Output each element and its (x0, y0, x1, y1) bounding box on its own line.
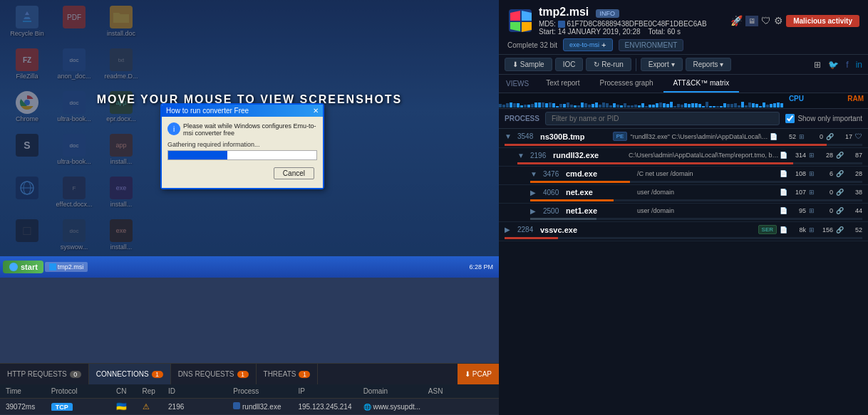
reports-button[interactable]: Reports ▾ (686, 58, 732, 71)
proc-pid: 4060 (543, 189, 566, 196)
rp-meta: MD5: 61F7D8C86889438DFBE0C48F1DBEC6AB (539, 20, 725, 28)
tab-threats[interactable]: THREATS 1 (257, 364, 319, 384)
proc-row[interactable]: ▶ 4060 net.exe user /domain 📄 107 ⊞ 0 🔗 … (499, 185, 868, 199)
proc-expand-icon[interactable]: ▼ (505, 132, 515, 140)
filter-input[interactable] (545, 112, 780, 125)
cpu-bars (499, 102, 797, 107)
connections-count: 1 (152, 371, 163, 378)
tab-text-report[interactable]: Text report (536, 75, 589, 93)
proc-stats: 📄 52 ⊞ 0 🔗 17 (770, 133, 852, 140)
file-icon: 📄 (770, 133, 777, 140)
desktop-background: Recycle Bin PDF install.doc FZ FileZilla… (0, 0, 499, 278)
reg-icon: ⊞ (809, 170, 815, 177)
rp-header: tmp2.msi INFO MD5: 61F7D8C86889438DFBE0C… (499, 0, 868, 55)
stat-reg: 156 (817, 226, 833, 233)
proc-name: net1.exe (566, 206, 637, 215)
svg-rect-10 (233, 402, 240, 409)
exe-badge: exe-to-msi + (563, 38, 612, 51)
facebook-icon[interactable]: f (846, 60, 848, 70)
proc-bar-fill (530, 181, 630, 183)
stat-reg: 28 (817, 152, 833, 159)
dialog-box: How to run converter Free ✕ i Please wai… (160, 103, 324, 189)
proc-row[interactable]: ▶ 2284 vssvc.exe SER 📄 8k ⊞ 156 🔗 52 (499, 222, 868, 237)
tab-dns-requests[interactable]: DNS REQUESTS 1 (171, 364, 257, 384)
rp-toolbar: ⬇ Sample IOC ↻ Re-run Export ▾ Reports ▾… (499, 55, 868, 75)
stat-reg: 6 (817, 170, 833, 177)
rp-title-row: tmp2.msi INFO MD5: 61F7D8C86889438DFBE0C… (507, 6, 859, 36)
stat-reg: 0 (807, 133, 823, 140)
connections-header: Time Protocol CN Rep ID Process IP Domai… (0, 384, 499, 399)
cpu-ram-bar: CPU RAM (499, 93, 868, 109)
sample-button[interactable]: ⬇ Sample (505, 58, 552, 71)
right-panel: tmp2.msi INFO MD5: 61F7D8C86889438DFBE0C… (499, 0, 868, 415)
rerun-button[interactable]: ↻ Re-run (586, 58, 631, 71)
dns-count: 1 (237, 371, 249, 378)
tab-connections[interactable]: CONNECTIONS 1 (89, 364, 171, 384)
reg-icon: ⊞ (809, 189, 815, 196)
plus-icon[interactable]: + (601, 41, 606, 49)
proc-expand-icon[interactable]: ▶ (505, 226, 515, 233)
shield-header-icon[interactable]: 🛡 (761, 15, 771, 26)
proc-stats: 📄 314 ⊞ 28 🔗 87 (780, 152, 862, 159)
process-label: PROCESS (505, 115, 539, 122)
proc-expand-icon[interactable]: ▶ (530, 189, 540, 196)
threats-count: 1 (299, 371, 310, 378)
pcap-button[interactable]: ⬇ PCAP (458, 364, 499, 384)
dialog-cancel-button[interactable]: Cancel (274, 167, 314, 179)
net-icon: 🔗 (836, 170, 844, 177)
proc-bar-fill (517, 162, 793, 164)
bits-label: Complete 32 bit (507, 41, 557, 49)
info-icon: i (167, 122, 180, 135)
tab-http-requests[interactable]: HTTP REQUESTS 0 (0, 364, 89, 384)
proc-row[interactable]: ▼ 3548 ns300B.tmp PE "rundll32.exe" C:\U… (499, 129, 868, 144)
stat-reg: 0 (817, 189, 833, 196)
grid-icon[interactable]: ⊞ (814, 60, 821, 70)
show-important: Show only important (785, 114, 862, 123)
header-action-icons: 🚀 🖥 🛡 ⚙ Malicious activity (730, 15, 859, 27)
progress-area: Gathering required information... (167, 141, 317, 160)
tab-processes-graph[interactable]: Processes graph (589, 75, 663, 93)
monitor-icon[interactable]: 🖥 (745, 16, 758, 26)
proc-row[interactable]: ▼ 3476 cmd.exe /C net user /domain 📄 108… (499, 167, 868, 181)
proc-pid: 3548 (517, 132, 540, 140)
rp-views-bar: VIEWS Text report Processes graph ATT&CK… (499, 75, 868, 93)
proc-bar-fill (530, 199, 614, 201)
start-button[interactable]: start (3, 261, 43, 273)
ioc-button[interactable]: IOC (555, 58, 584, 71)
proc-expand-icon[interactable]: ▼ (530, 170, 540, 178)
progress-bar-outer (167, 150, 317, 160)
proc-pid: 2500 (543, 207, 566, 215)
stat-files: 107 (790, 189, 806, 196)
linkedin-icon[interactable]: in (856, 60, 862, 70)
proc-pid: 3476 (543, 170, 566, 178)
show-important-checkbox[interactable] (785, 114, 795, 123)
http-count: 0 (70, 371, 81, 378)
process-item-3476: ▼ 3476 cmd.exe /C net user /domain 📄 108… (499, 167, 868, 185)
svg-rect-12 (558, 21, 565, 28)
tab-attck-matrix[interactable]: ATT&CK™ matrix (663, 75, 740, 93)
export-button[interactable]: Export ▾ (641, 58, 683, 71)
reg-icon: ⊞ (799, 133, 805, 140)
taskbar-item[interactable]: tmp2.msi (45, 262, 88, 272)
rocket-icon[interactable]: 🚀 (730, 15, 743, 26)
stat-net: 44 (847, 207, 862, 214)
twitter-icon[interactable]: 🐦 (828, 60, 839, 70)
svg-point-8 (9, 263, 18, 271)
proc-cmd: /C net user /domain (637, 170, 780, 177)
stat-files: 52 (780, 133, 796, 140)
proc-expand-icon[interactable]: ▼ (517, 152, 527, 159)
stat-net: 52 (847, 226, 862, 233)
ser-badge: SER (758, 225, 777, 234)
gear-header-icon[interactable]: ⚙ (774, 15, 783, 26)
process-list[interactable]: ▼ 3548 ns300B.tmp PE "rundll32.exe" C:\U… (499, 129, 868, 415)
proc-expand-icon[interactable]: ▶ (530, 207, 540, 215)
stat-reg: 0 (817, 207, 833, 214)
connection-row[interactable]: 39072ms TCP 🇺🇦 ⚠ 2196 rundll32.exe 195.1… (0, 399, 499, 415)
views-label: VIEWS (499, 75, 536, 93)
dialog-buttons: Cancel (167, 164, 317, 182)
reg-icon: ⊞ (809, 152, 815, 159)
proc-row[interactable]: ▶ 2500 net1.exe user /domain 📄 95 ⊞ 0 🔗 … (499, 204, 868, 218)
rp-meta2: Start: 14 JANUARY 2019, 20:28 Total: 60 … (539, 28, 725, 36)
proc-bar-fill (505, 237, 558, 239)
proc-row[interactable]: ▼ 2196 rundll32.exe C:\Users\admin\AppDa… (499, 148, 868, 162)
